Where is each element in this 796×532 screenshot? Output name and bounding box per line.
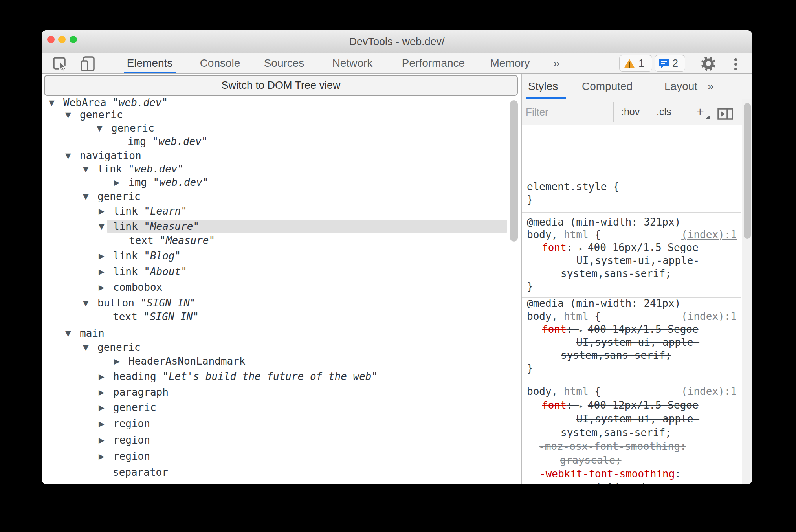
ax-tree-row[interactable]: ▼link "Measure" xyxy=(42,220,521,233)
ax-tree-row[interactable]: text "SIGN IN" xyxy=(42,310,521,323)
ax-tree-row[interactable]: ▼link "web.dev" xyxy=(42,162,521,176)
ax-tree-row[interactable]: ▼WebArea "web.dev" xyxy=(42,96,521,109)
stylesheet-link[interactable]: (index):1 xyxy=(681,228,737,241)
ax-tree-row[interactable]: ▼generic xyxy=(42,341,521,354)
tab-performance[interactable]: Performance xyxy=(402,53,465,73)
ax-tree-row[interactable]: ▼button "SIGN IN" xyxy=(42,296,521,310)
css-line[interactable]: UI,system-ui,-apple- xyxy=(576,336,699,349)
css-line[interactable]: body, html { xyxy=(527,228,601,241)
tab-memory[interactable]: Memory xyxy=(490,53,530,73)
stylesheet-link[interactable]: (index):1 xyxy=(681,310,737,323)
css-line[interactable]: UI,system-ui,-apple- xyxy=(576,412,699,426)
css-line[interactable]: grayscale; xyxy=(560,453,622,467)
tab-console[interactable]: Console xyxy=(200,53,240,73)
ax-tree-row[interactable]: ▼main xyxy=(42,327,521,340)
value-expander-icon[interactable]: ▸ xyxy=(579,326,588,334)
css-line[interactable]: antialiased; xyxy=(577,481,651,484)
ax-tree-row[interactable]: ▶region xyxy=(42,417,521,430)
styles-scrollbar[interactable] xyxy=(742,99,752,484)
css-line[interactable]: element.style { xyxy=(527,180,619,193)
ax-tree-row[interactable]: ▶heading "Let's build the future of the … xyxy=(42,370,521,383)
value-expander-icon[interactable]: ▸ xyxy=(579,244,588,253)
ax-tree-row[interactable]: ▶paragraph xyxy=(42,385,521,399)
css-line[interactable]: system,sans-serif; xyxy=(561,349,671,362)
class-toggle[interactable]: .cls xyxy=(657,99,671,125)
kebab-menu-icon[interactable] xyxy=(734,56,737,72)
ax-tree-row[interactable]: separator xyxy=(42,466,521,479)
styles-scrollbar-thumb[interactable] xyxy=(744,103,751,239)
sidebar-pane-toggle-icon[interactable] xyxy=(717,108,733,120)
tab-network[interactable]: Network xyxy=(332,53,373,73)
css-line[interactable]: @media (min-width: 241px) xyxy=(527,297,680,310)
expand-arrow-icon[interactable]: ▶ xyxy=(99,249,105,262)
ax-tree-row[interactable]: ▼generic xyxy=(42,108,521,121)
pseudo-state-toggle[interactable]: :hov xyxy=(621,99,640,125)
ax-tree-row[interactable]: ▼generic xyxy=(42,190,521,203)
css-line[interactable]: } xyxy=(527,361,533,375)
expand-arrow-icon[interactable]: ▶ xyxy=(99,417,105,430)
sidebar-tab-layout[interactable]: Layout xyxy=(664,74,697,99)
stylesheet-link[interactable]: (index):1 xyxy=(681,385,737,398)
inspect-element-icon[interactable] xyxy=(52,56,69,72)
expand-arrow-icon[interactable]: ▶ xyxy=(99,281,105,294)
expand-arrow-icon[interactable]: ▶ xyxy=(99,204,105,218)
collapse-arrow-icon[interactable]: ▼ xyxy=(49,96,55,109)
css-line[interactable]: system,sans-serif; xyxy=(561,426,671,439)
value-expander-icon[interactable]: ▸ xyxy=(579,402,588,410)
expand-arrow-icon[interactable]: ▶ xyxy=(99,385,105,399)
collapse-arrow-icon[interactable]: ▼ xyxy=(83,296,89,310)
tab-elements[interactable]: Elements xyxy=(127,53,173,73)
collapse-arrow-icon[interactable]: ▼ xyxy=(97,121,103,135)
css-line[interactable]: @media (min-width: 321px) xyxy=(527,215,680,229)
expand-arrow-icon[interactable]: ▶ xyxy=(99,449,105,463)
css-line[interactable]: font: ▸ 400 12px/1.5 Segoe xyxy=(542,398,699,412)
more-tabs-icon[interactable]: » xyxy=(553,53,560,73)
ax-tree-row[interactable]: ▶link "Blog" xyxy=(42,249,521,262)
css-line[interactable]: font: ▸ 400 16px/1.5 Segoe xyxy=(542,241,699,254)
tab-sources[interactable]: Sources xyxy=(264,53,304,73)
collapse-arrow-icon[interactable]: ▼ xyxy=(83,190,89,203)
ax-tree-row[interactable]: ▼navigation xyxy=(42,149,521,162)
ax-tree-row[interactable]: ▼generic xyxy=(42,121,521,135)
css-line[interactable]: -webkit-font-smoothing: xyxy=(539,467,681,481)
ax-tree-row[interactable]: ▶region xyxy=(42,449,521,463)
collapse-arrow-icon[interactable]: ▼ xyxy=(83,162,89,176)
ax-tree-row[interactable]: ▶link "Learn" xyxy=(42,204,521,218)
expand-arrow-icon[interactable]: ▶ xyxy=(99,370,105,383)
sidebar-more-tabs-icon[interactable]: » xyxy=(708,74,714,99)
settings-gear-icon[interactable] xyxy=(700,55,717,72)
warnings-badge[interactable]: 1 xyxy=(619,55,652,72)
ax-tree-row[interactable]: ▶generic xyxy=(42,401,521,414)
css-line[interactable]: } xyxy=(527,193,533,206)
css-line[interactable]: body, html { xyxy=(527,385,601,398)
expand-arrow-icon[interactable]: ▶ xyxy=(99,265,105,278)
collapse-arrow-icon[interactable]: ▼ xyxy=(99,220,105,233)
css-line[interactable]: UI,system-ui,-apple- xyxy=(576,254,699,267)
tree-scrollbar[interactable] xyxy=(510,100,518,242)
ax-tree-row[interactable]: ▶combobox xyxy=(42,281,521,294)
collapse-arrow-icon[interactable]: ▼ xyxy=(83,341,89,354)
device-toolbar-icon[interactable] xyxy=(80,56,97,72)
sidebar-tab-computed[interactable]: Computed xyxy=(582,74,633,99)
new-rule-caret-icon[interactable] xyxy=(705,116,710,119)
ax-tree-row[interactable]: text "Measure" xyxy=(42,234,521,247)
css-line[interactable]: system,sans-serif; xyxy=(561,267,671,280)
ax-tree-row[interactable]: ▶img "web.dev" xyxy=(42,176,521,189)
issues-badge[interactable]: 2 xyxy=(655,55,685,72)
collapse-arrow-icon[interactable]: ▼ xyxy=(65,108,71,121)
css-line[interactable]: font: ▸ 400 14px/1.5 Segoe xyxy=(542,323,699,336)
expand-arrow-icon[interactable]: ▶ xyxy=(114,354,120,368)
expand-arrow-icon[interactable]: ▶ xyxy=(99,433,105,447)
css-line[interactable]: body, html { xyxy=(527,310,601,323)
ax-tree-row[interactable]: ▶HeaderAsNonLandmark xyxy=(42,354,521,368)
collapse-arrow-icon[interactable]: ▼ xyxy=(65,149,71,162)
expand-arrow-icon[interactable]: ▶ xyxy=(99,401,105,414)
collapse-arrow-icon[interactable]: ▼ xyxy=(65,327,71,340)
styles-filter-input[interactable] xyxy=(525,101,611,123)
ax-tree-row[interactable]: ▶region xyxy=(42,433,521,447)
sidebar-tab-styles[interactable]: Styles xyxy=(528,74,558,99)
ax-tree-row[interactable]: ▶link "About" xyxy=(42,265,521,278)
css-line[interactable]: } xyxy=(527,280,533,293)
new-style-rule-button[interactable]: + xyxy=(696,99,704,125)
ax-tree-row[interactable]: img "web.dev" xyxy=(42,135,521,148)
